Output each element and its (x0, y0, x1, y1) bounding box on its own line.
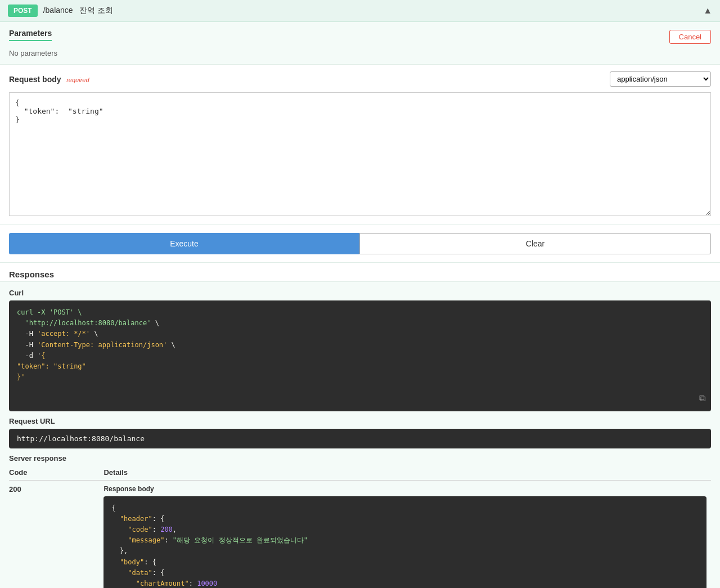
details-col-header: Details (104, 466, 711, 481)
endpoint-description: 잔역 조회 (79, 6, 113, 15)
response-details: Response body { "header": { "code": 200,… (104, 480, 711, 588)
curl-label: Curl (9, 289, 711, 297)
method-badge: POST (8, 5, 38, 17)
request-url-label: Request URL (9, 417, 711, 425)
content-type-select[interactable]: application/json text/plain application/… (610, 71, 711, 87)
cancel-button[interactable]: Cancel (669, 30, 711, 44)
parameters-section: Parameters Cancel No parameters (0, 22, 720, 65)
response-table: Code Details 200 Response body { "header… (9, 466, 711, 588)
endpoint-path: /balance (43, 6, 73, 15)
curl-code-block: curl -X 'POST' \ 'http://localhost:8080/… (9, 300, 711, 411)
curl-copy-icon[interactable]: ⧉ (699, 391, 705, 406)
curl-section: Curl curl -X 'POST' \ 'http://localhost:… (0, 282, 720, 588)
endpoint-text: /balance 잔역 조회 (43, 6, 114, 16)
responses-title: Responses (9, 270, 54, 279)
request-body-editor[interactable]: { "token": "string" } (9, 92, 711, 216)
code-col-header: Code (9, 466, 104, 481)
request-body-title: Request body (9, 75, 61, 84)
execute-button[interactable]: Execute (9, 233, 359, 254)
header-bar: POST /balance 잔역 조회 ▲ (0, 0, 720, 22)
buttons-row: Execute Clear (0, 225, 720, 263)
request-body-section: Request body required application/json t… (0, 65, 720, 225)
response-body-label: Response body (104, 485, 706, 493)
no-params-text: No parameters (9, 49, 711, 57)
params-header-row: Parameters Cancel (9, 29, 711, 44)
server-response-label: Server response (9, 454, 711, 463)
parameters-title: Parameters (9, 29, 52, 41)
response-code: 200 (9, 480, 104, 588)
header-left: POST /balance 잔역 조회 (8, 5, 113, 17)
collapse-icon[interactable]: ▲ (703, 6, 712, 16)
clear-button[interactable]: Clear (359, 233, 711, 254)
response-row-200: 200 Response body { "header": { "code": … (9, 480, 711, 588)
response-body-block: { "header": { "code": 200, "message": "해… (104, 496, 706, 588)
required-badge: required (66, 77, 89, 83)
request-body-title-group: Request body required (9, 75, 89, 84)
request-body-header: Request body required application/json t… (9, 71, 711, 87)
responses-section: Responses (0, 263, 720, 282)
request-url-block: http://localhost:8080/balance (9, 429, 711, 448)
